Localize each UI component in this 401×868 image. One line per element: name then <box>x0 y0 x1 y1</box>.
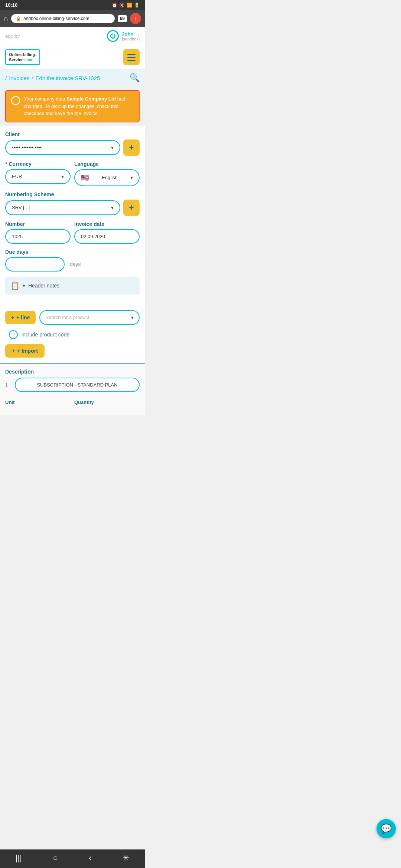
breadcrumb-bar: / Invoices / Edit the invoice SRV-1025 🔍 <box>0 69 145 86</box>
due-days-suffix: days <box>70 261 81 267</box>
form-area: Client ••••• ••••••• •••• ▾ + * Currency… <box>0 126 145 305</box>
currency-field-group: * Currency EUR ▾ <box>5 161 71 186</box>
user-details: John [sandbox] <box>122 31 140 41</box>
client-label: Client <box>5 131 140 137</box>
invoice-date-label: Invoice date <box>74 221 140 227</box>
battery-icon: 🔋 <box>134 3 140 8</box>
due-days-label: Due days <box>5 249 140 255</box>
row-number: 1 <box>5 382 11 388</box>
url-text: andbox.online-billing-service.com <box>23 16 89 21</box>
logo-line1: Online-billing- <box>9 52 36 57</box>
breadcrumb-current: Edit the invoice SRV-1025 <box>35 75 100 81</box>
alarm-icon: ⏰ <box>112 3 117 8</box>
plus-icon: + <box>12 348 15 354</box>
chevron-down-icon: ▾ <box>130 175 133 181</box>
notes-icon: 📋 <box>10 281 20 290</box>
plus-icon: + <box>11 315 14 320</box>
user-name: John <box>122 31 140 37</box>
warning-company-name: Sample Company Ltd <box>66 96 116 102</box>
flag-icon: 🇺🇸 <box>81 174 89 182</box>
chevron-down-icon: ▾ <box>61 174 64 180</box>
import-button[interactable]: + + Import <box>5 344 45 358</box>
numbering-select[interactable]: SRV-[...] ▾ <box>5 200 120 215</box>
add-numbering-button[interactable]: + <box>123 200 140 216</box>
time: 10:10 <box>5 2 17 8</box>
warning-text: Your company data Sample Company Ltd had… <box>24 95 134 117</box>
invoice-date-input[interactable] <box>74 229 140 244</box>
include-product-code-radio[interactable] <box>9 330 18 339</box>
line-btn-label: + line <box>16 315 30 320</box>
logo-com: .com <box>23 58 32 62</box>
numbering-value: SRV-[...] <box>12 205 30 210</box>
description-row: 1 SUBSCRIPTION - STANDARD PLAN <box>5 378 140 392</box>
breadcrumb-separator-start: / <box>5 75 7 81</box>
numbering-row: SRV-[...] ▾ + <box>5 200 140 216</box>
url-bar[interactable]: 🔒 andbox.online-billing-service.com <box>11 14 115 23</box>
language-select[interactable]: 🇺🇸 English ▾ <box>74 169 140 186</box>
currency-value: EUR <box>12 174 22 179</box>
product-search-dropdown[interactable]: Search for a product ▾ <box>39 310 140 325</box>
client-select[interactable]: ••••• ••••••• •••• ▾ <box>5 140 120 155</box>
header-notes-label: Header notes <box>28 283 59 289</box>
number-input[interactable] <box>5 229 71 244</box>
chevron-down-icon: ▾ <box>23 283 25 289</box>
number-field-group: Number <box>5 221 71 244</box>
power-icon[interactable]: ⏻ <box>107 30 119 42</box>
warning-box: Your company data Sample Company Ltd had… <box>5 90 140 122</box>
client-row: ••••• ••••••• •••• ▾ + <box>5 139 140 156</box>
warning-checkbox[interactable] <box>11 96 20 105</box>
mute-icon: 🔇 <box>119 3 125 8</box>
include-product-code-label: include product code <box>22 332 69 338</box>
breadcrumb: / Invoices / Edit the invoice SRV-1025 <box>5 75 100 81</box>
warning-text-before: Your company data <box>24 96 66 102</box>
breadcrumb-separator: / <box>32 75 33 81</box>
language-field-group: Language 🇺🇸 English ▾ <box>74 161 140 186</box>
description-label: Description <box>5 369 140 375</box>
menu-button[interactable] <box>123 49 140 65</box>
product-search-placeholder: Search for a product <box>45 315 89 320</box>
upload-button[interactable]: ↑ <box>130 13 141 24</box>
line-area: + + line Search for a product ▾ include … <box>0 305 145 363</box>
status-bar: 10:10 ⏰ 🔇 📶 🔋 <box>0 0 145 10</box>
unit-group: Unit <box>5 396 71 405</box>
import-btn-label: + Import <box>17 348 38 354</box>
currency-label: * Currency <box>5 161 71 167</box>
line-row: + + line Search for a product ▾ <box>5 310 140 325</box>
quantity-label: Quantity <box>74 400 140 405</box>
chevron-down-icon: ▾ <box>131 315 134 320</box>
client-value: ••••• ••••••• •••• <box>12 145 42 150</box>
logo-bar: Online-billing- Service.com <box>0 45 145 69</box>
status-icons: ⏰ 🔇 📶 🔋 <box>112 3 140 8</box>
signal-icon: 📶 <box>127 3 132 8</box>
add-line-button[interactable]: + + line <box>5 311 36 324</box>
logo-line2: Service <box>9 57 23 62</box>
description-area: Description 1 SUBSCRIPTION - STANDARD PL… <box>0 363 145 415</box>
numbering-label: Numbering Scheme <box>5 191 140 197</box>
logo: Online-billing- Service.com <box>5 49 40 65</box>
currency-language-row: * Currency EUR ▾ Language 🇺🇸 English ▾ <box>5 161 140 186</box>
due-days-input[interactable] <box>5 257 65 272</box>
invoice-date-field-group: Invoice date <box>74 221 140 244</box>
quantity-group: Quantity <box>74 396 140 405</box>
language-value: English <box>102 175 118 180</box>
description-field[interactable]: SUBSCRIPTION - STANDARD PLAN <box>15 378 140 392</box>
due-days-row: days <box>5 257 140 272</box>
browser-bar: ⌂ 🔒 andbox.online-billing-service.com 69… <box>0 10 145 27</box>
number-date-row: Number Invoice date <box>5 221 140 244</box>
chevron-down-icon: ▾ <box>111 145 114 151</box>
app-by-text: app by <box>5 33 20 39</box>
add-client-button[interactable]: + <box>123 139 140 156</box>
tab-count[interactable]: 69 <box>118 15 127 22</box>
home-icon[interactable]: ⌂ <box>4 14 8 23</box>
user-info: ⏻ John [sandbox] <box>107 30 140 42</box>
number-label: Number <box>5 221 71 227</box>
breadcrumb-invoices[interactable]: Invoices <box>9 75 29 81</box>
search-icon[interactable]: 🔍 <box>130 73 140 83</box>
header-notes-section[interactable]: 📋 ▾ Header notes <box>5 277 140 295</box>
chevron-down-icon: ▾ <box>111 205 114 211</box>
app-header: app by ⏻ John [sandbox] <box>0 27 145 45</box>
unit-label: Unit <box>5 400 71 405</box>
unit-quantity-row: Unit Quantity <box>5 396 140 405</box>
user-role: [sandbox] <box>122 37 140 41</box>
currency-select[interactable]: EUR ▾ <box>5 169 71 184</box>
